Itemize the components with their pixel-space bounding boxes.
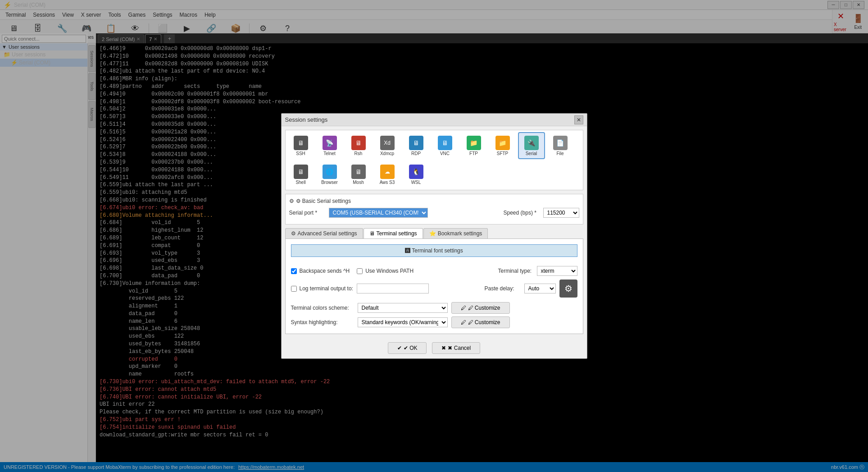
session-type-file[interactable]: 📄 File <box>547 132 574 159</box>
backspace-sends-checkbox[interactable]: Backspace sends ^H <box>291 268 350 274</box>
ftp-icon: 📁 <box>467 136 481 150</box>
session-type-grid: 🖥 SSH 📡 Telnet 🖥 Rsh Xd Xdmcp <box>285 130 583 190</box>
syntax-select[interactable]: Standard keywords (OK/warning/error/...)… <box>358 317 448 327</box>
gear-icon: ⚙ <box>289 198 294 204</box>
serial-port-row: Serial port * COM5 (USB-SERIAL CH340 (CO… <box>289 208 579 218</box>
mosh-icon: 🖥 <box>351 165 366 179</box>
syntax-customize-button[interactable]: 🖊 🖊 Customize <box>451 316 510 328</box>
shell-icon: 🖥 <box>294 165 308 179</box>
session-type-serial[interactable]: 🔌 Serial <box>518 132 545 159</box>
modal-tab-bookmark[interactable]: ⭐ ⭐ Bookmark settings Bookmark settings <box>423 228 488 238</box>
session-type-ssh[interactable]: 🖥 SSH <box>287 132 314 159</box>
session-type-shell[interactable]: 🖥 Shell <box>287 161 314 188</box>
colors-customize-icon: 🖊 <box>461 305 466 311</box>
modal-footer: ✔ ✔ OK ✖ ✖ Cancel <box>282 338 587 358</box>
terminal-type-select[interactable]: xtermvt100vt220xterm-256color <box>537 266 577 276</box>
cancel-icon: ✖ <box>441 345 446 351</box>
bookmark-tab-icon: ⭐ <box>429 230 436 237</box>
vnc-icon: 🖥 <box>438 136 452 150</box>
log-checkbox-input[interactable] <box>291 286 297 292</box>
modal-close-button[interactable]: ✕ <box>574 115 583 124</box>
session-type-rdp[interactable]: 🖥 RDP <box>403 132 430 159</box>
serial-port-select[interactable]: COM5 (USB-SERIAL CH340 (COM5)) <box>329 208 428 218</box>
session-type-wsl[interactable]: 🐧 WSL <box>403 161 430 188</box>
windows-path-checkbox-input[interactable] <box>357 268 363 274</box>
backspace-checkbox-input[interactable] <box>291 268 297 274</box>
log-output-checkbox[interactable]: Log terminal output to: <box>291 285 353 292</box>
syntax-customize-icon: 🖊 <box>461 319 466 325</box>
session-type-browser[interactable]: 🌐 Browser <box>316 161 343 188</box>
session-type-ftp[interactable]: 📁 FTP <box>460 132 487 159</box>
advanced-tab-icon: ⚙ <box>291 230 296 237</box>
speed-label: Speed (bps) * <box>504 210 540 216</box>
modal-tabs: ⚙ ⚙ Advanced Serial settings Advanced Se… <box>285 228 583 238</box>
serial-session-icon: 🔌 <box>524 136 539 150</box>
cancel-button[interactable]: ✖ ✖ Cancel <box>432 342 480 354</box>
speed-select[interactable]: 9600192003840057600115200230400 <box>543 208 579 218</box>
session-type-mosh[interactable]: 🖥 Mosh <box>345 161 372 188</box>
colors-scheme-select[interactable]: DefaultDarkLightSolarizedMonokai <box>358 303 448 313</box>
syntax-highlight-label: Syntax highlighting: <box>291 319 354 325</box>
session-type-xdmcp[interactable]: Xd Xdmcp <box>374 132 401 159</box>
session-type-vnc[interactable]: 🖥 VNC <box>432 132 459 159</box>
session-type-telnet[interactable]: 📡 Telnet <box>316 132 343 159</box>
terminal-tab-icon: 🖥 <box>369 230 375 237</box>
rdp-icon: 🖥 <box>409 136 423 150</box>
colors-scheme-label: Terminal colors scheme: <box>291 305 354 311</box>
terminal-tab-content: 🅰 Terminal font settings Backspace sends… <box>285 238 583 334</box>
serial-port-label: Serial port * <box>289 210 325 216</box>
modal-title: Session settings <box>285 116 574 123</box>
ok-button[interactable]: ✔ ✔ OK <box>388 342 427 354</box>
ssh-icon: 🖥 <box>294 136 308 150</box>
paste-delay-select[interactable]: AutoNoneShortMediumLong <box>524 284 556 293</box>
browser-icon: 🌐 <box>323 165 337 179</box>
session-type-rsh[interactable]: 🖥 Rsh <box>345 132 372 159</box>
basic-serial-header: ⚙ ⚙ Basic Serial settings <box>289 198 579 204</box>
font-settings-button[interactable]: 🅰 Terminal font settings <box>291 244 577 257</box>
telnet-icon: 📡 <box>323 136 337 150</box>
session-type-aws-s3[interactable]: ☁ Aws S3 <box>374 161 401 188</box>
basic-serial-section: ⚙ ⚙ Basic Serial settings Serial port * … <box>285 194 583 225</box>
sftp-icon: 📁 <box>495 136 510 150</box>
use-windows-path-checkbox[interactable]: Use Windows PATH <box>357 268 414 274</box>
colors-customize-button[interactable]: 🖊 🖊 Customize <box>451 302 510 314</box>
terminal-type-label: Terminal type: <box>498 268 534 274</box>
gear-settings-button[interactable]: ⚙ <box>559 280 577 298</box>
session-type-sftp[interactable]: 📁 SFTP <box>489 132 516 159</box>
modal-overlay: Session settings ✕ 🖥 SSH 📡 Telnet 🖥 <box>0 0 868 472</box>
wsl-icon: 🐧 <box>409 165 423 179</box>
modal-tab-advanced[interactable]: ⚙ ⚙ Advanced Serial settings Advanced Se… <box>285 228 363 238</box>
aws-s3-icon: ☁ <box>380 165 395 179</box>
log-output-input[interactable] <box>357 284 429 293</box>
paste-delay-label: Paste delay: <box>485 285 521 292</box>
modal-tab-terminal[interactable]: 🖥 🖥 Terminal settings Terminal settings <box>364 228 423 238</box>
modal-tab-bar: ⚙ ⚙ Advanced Serial settings Advanced Se… <box>285 228 583 334</box>
session-settings-modal: Session settings ✕ 🖥 SSH 📡 Telnet 🖥 <box>281 113 587 359</box>
file-icon: 📄 <box>553 136 568 150</box>
xdmcp-icon: Xd <box>380 136 395 150</box>
modal-body: 🖥 SSH 📡 Telnet 🖥 Rsh Xd Xdmcp <box>282 126 587 338</box>
modal-titlebar: Session settings ✕ <box>282 114 587 126</box>
rsh-icon: 🖥 <box>351 136 366 150</box>
ok-icon: ✔ <box>397 345 402 351</box>
